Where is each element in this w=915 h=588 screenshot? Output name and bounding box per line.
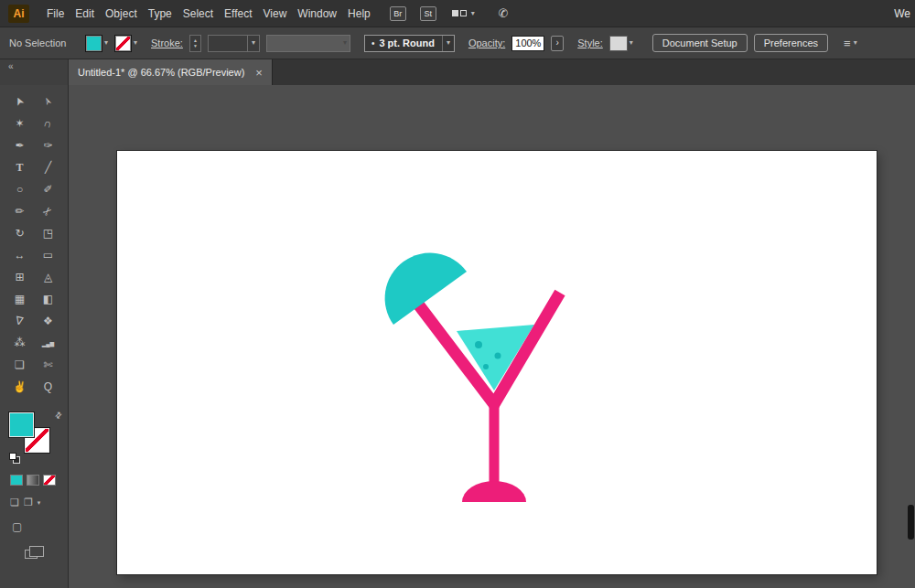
curvature-tool[interactable]: ✑ bbox=[37, 135, 60, 155]
menu-view[interactable]: View bbox=[259, 7, 292, 20]
stroke-weight-value bbox=[209, 36, 247, 51]
workspace-label-clipped[interactable]: We bbox=[894, 7, 910, 20]
shape-builder-tool[interactable]: ⊞ bbox=[8, 267, 32, 287]
document-setup-button[interactable]: Document Setup bbox=[652, 34, 748, 52]
pencil-tool[interactable]: ✏ bbox=[8, 201, 32, 221]
chevron-down-icon[interactable]: ▾ bbox=[630, 39, 633, 47]
menu-edit[interactable]: Edit bbox=[70, 7, 99, 20]
type-tool[interactable]: T bbox=[8, 157, 32, 177]
perspective-grid-tool[interactable]: ◬ bbox=[37, 267, 60, 287]
selection-tool[interactable]: ➤ bbox=[8, 91, 32, 112]
direct-selection-tool[interactable]: ➢ bbox=[37, 91, 60, 112]
bubble-dot[interactable] bbox=[483, 364, 489, 369]
document-tab[interactable]: Untitled-1* @ 66.67% (RGB/Preview) × bbox=[69, 59, 273, 85]
glass-base-shape[interactable] bbox=[462, 481, 526, 502]
rotate-tool[interactable]: ↻ bbox=[8, 223, 32, 243]
scissors-tool[interactable]: ✂ bbox=[37, 201, 60, 221]
menu-file[interactable]: File bbox=[42, 7, 69, 20]
chevron-down-icon: ▾ bbox=[471, 10, 475, 17]
menu-lines-icon: ≡ bbox=[844, 37, 851, 50]
tools-grid: ➤➢✶∩✒✑T╱○✐✏✂↻◳↔▭⊞◬▦◧∇❖⁂▂▄▆❏✄✌Q bbox=[0, 85, 68, 398]
blend-tool[interactable]: ❖ bbox=[37, 311, 60, 331]
magic-wand-tool[interactable]: ✶ bbox=[8, 113, 32, 134]
menu-select[interactable]: Select bbox=[178, 7, 218, 20]
mesh-tool[interactable]: ▦ bbox=[8, 289, 32, 309]
draw-normal-button[interactable]: ❏ bbox=[10, 497, 19, 508]
stroke-weight-stepper[interactable]: ▲ ▼ bbox=[189, 35, 201, 52]
illustrator-window: Ai FileEditObjectTypeSelectEffectViewWin… bbox=[0, 0, 915, 588]
chevron-down-icon[interactable]: ▾ bbox=[134, 39, 137, 47]
workspace-switcher[interactable]: ▾ bbox=[452, 10, 475, 17]
artboard[interactable] bbox=[117, 151, 877, 574]
symbol-sprayer-tool[interactable]: ⁂ bbox=[8, 333, 32, 353]
line-tool[interactable]: ╱ bbox=[37, 157, 60, 177]
opacity-input[interactable] bbox=[511, 36, 544, 51]
zoom-tool[interactable]: Q bbox=[37, 377, 60, 397]
stroke-swatch[interactable] bbox=[114, 35, 132, 52]
paintbrush-tool[interactable]: ✐ bbox=[37, 179, 60, 199]
menu-type[interactable]: Type bbox=[144, 7, 177, 20]
canvas-area[interactable] bbox=[69, 85, 915, 588]
ellipse-tool[interactable]: ○ bbox=[8, 179, 32, 199]
share-icon[interactable]: ✆ bbox=[499, 6, 509, 20]
fill-color-control[interactable]: ▾ bbox=[85, 35, 108, 52]
default-fill-stroke-icon[interactable] bbox=[9, 453, 22, 465]
stroke-panel-link[interactable]: Stroke: bbox=[151, 37, 183, 48]
scale-tool[interactable]: ◳ bbox=[37, 223, 60, 243]
column-graph-tool[interactable]: ▂▄▆ bbox=[37, 333, 60, 353]
bridge-button[interactable]: Br bbox=[390, 6, 406, 21]
eyedropper-tool[interactable]: ∇ bbox=[8, 311, 32, 331]
vertical-scrollbar-thumb[interactable] bbox=[908, 505, 914, 540]
stepper-down-icon[interactable]: ▼ bbox=[193, 44, 198, 48]
stroke-weight-select[interactable]: ▾ bbox=[208, 35, 260, 52]
stroke-color-control[interactable]: ▾ bbox=[114, 35, 137, 52]
fill-swatch[interactable] bbox=[85, 35, 102, 52]
profile-dot-icon: • bbox=[365, 36, 380, 51]
menu-window[interactable]: Window bbox=[293, 7, 341, 20]
menu-effect[interactable]: Effect bbox=[220, 7, 256, 20]
hand-tool[interactable]: ✌ bbox=[8, 377, 32, 397]
menu-help[interactable]: Help bbox=[343, 7, 375, 20]
chevron-down-icon[interactable]: ▾ bbox=[104, 39, 108, 47]
screen-mode-button[interactable]: ▢ bbox=[12, 520, 22, 533]
style-panel-link[interactable]: Style: bbox=[577, 37, 603, 48]
color-mode-button[interactable] bbox=[10, 475, 23, 486]
control-bar: No Selection ▾ ▾ Stroke: ▲ ▼ ▾ ▾ • 3 pt.… bbox=[0, 27, 915, 59]
close-icon[interactable]: × bbox=[255, 66, 263, 80]
preferences-button[interactable]: Preferences bbox=[754, 34, 828, 52]
cocktail-artwork[interactable] bbox=[117, 151, 877, 574]
stepper-up-icon[interactable]: ▲ bbox=[193, 38, 198, 43]
panel-options-control[interactable]: ≡ ▾ bbox=[844, 37, 857, 50]
gradient-mode-button[interactable] bbox=[27, 475, 39, 486]
tools-panel-collapse[interactable]: « bbox=[0, 59, 69, 85]
menu-list: FileEditObjectTypeSelectEffectViewWindow… bbox=[41, 7, 376, 20]
menu-object[interactable]: Object bbox=[101, 7, 142, 20]
width-profile-select[interactable]: • 3 pt. Round ▾ bbox=[364, 35, 455, 52]
draw-inside-button[interactable]: ❐ bbox=[24, 497, 33, 508]
panels-icon[interactable] bbox=[25, 550, 38, 559]
artboard-tool[interactable]: ❏ bbox=[8, 355, 32, 375]
draw-mode-row: ❏ ❐ ▾ bbox=[10, 497, 68, 508]
gradient-tool[interactable]: ◧ bbox=[37, 289, 60, 309]
document-tab-title: Untitled-1* @ 66.67% (RGB/Preview) bbox=[78, 67, 244, 78]
lasso-tool[interactable]: ∩ bbox=[37, 113, 60, 134]
opacity-panel-link[interactable]: Opacity: bbox=[468, 37, 505, 48]
opacity-more-button[interactable]: › bbox=[551, 36, 564, 51]
bubble-dot[interactable] bbox=[475, 341, 482, 348]
stock-button[interactable]: St bbox=[420, 6, 436, 21]
swap-fill-stroke-icon[interactable]: ⇄ bbox=[53, 410, 64, 421]
free-transform-tool[interactable]: ▭ bbox=[37, 245, 60, 265]
paint-mode-row bbox=[10, 475, 68, 486]
fill-stroke-cluster: ⇄ bbox=[9, 412, 62, 462]
style-select[interactable]: ▾ bbox=[609, 36, 633, 51]
default-fill-mini bbox=[9, 453, 16, 460]
brush-definition-select[interactable]: ▾ bbox=[266, 35, 350, 52]
pen-tool[interactable]: ✒ bbox=[8, 135, 32, 155]
bubble-dot[interactable] bbox=[495, 353, 501, 359]
width-tool[interactable]: ↔ bbox=[8, 245, 32, 265]
fill-color-swatch[interactable] bbox=[9, 412, 34, 437]
none-mode-button[interactable] bbox=[43, 475, 56, 486]
style-swatch[interactable] bbox=[609, 36, 628, 51]
slice-tool[interactable]: ✄ bbox=[37, 355, 60, 375]
chevron-down-icon[interactable]: ▾ bbox=[38, 499, 41, 506]
